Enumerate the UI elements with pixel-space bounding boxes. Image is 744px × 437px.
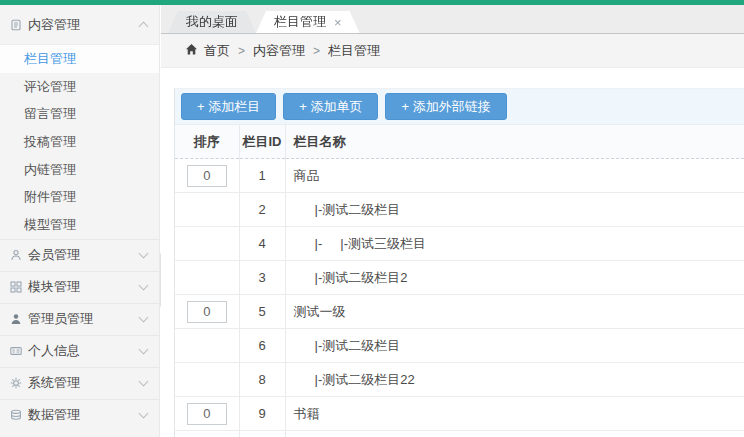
sidebar-item-label: 管理员管理 (28, 310, 140, 328)
column-name-cell: |-计算机 (285, 431, 744, 437)
add-single-page-button[interactable]: + 添加单页 (283, 93, 378, 120)
column-name-cell: |-测试二级栏目22 (285, 363, 744, 397)
content-panel: + 添加栏目+ 添加单页+ 添加外部链接 排序栏目ID栏目名称 1商品2|-测试… (174, 88, 744, 437)
column-header: 排序 (175, 125, 239, 159)
sidebar-item-label: 个人信息 (28, 342, 140, 360)
tab-desktop[interactable]: 我的桌面 (168, 11, 256, 33)
toolbar: + 添加栏目+ 添加单页+ 添加外部链接 (175, 89, 744, 124)
sidebar-item-admins[interactable]: 管理员管理 (0, 303, 159, 335)
column-name-cell: |- |-测试三级栏目 (285, 227, 744, 261)
sidebar-item-members[interactable]: 会员管理 (0, 239, 159, 271)
sort-cell (175, 193, 239, 227)
column-name-cell: 测试一级 (285, 295, 744, 329)
column-name-cell: |-测试二级栏目 (285, 329, 744, 363)
sidebar-subitem-internal-links[interactable]: 内链管理 (0, 156, 159, 184)
sort-cell (175, 227, 239, 261)
chevron-down-icon (139, 313, 149, 323)
tab-close-icon[interactable]: × (334, 16, 342, 29)
column-id-cell: 3 (239, 261, 285, 295)
chevron-down-icon (139, 281, 149, 291)
admin-app: 内容管理栏目管理评论管理留言管理投稿管理内链管理附件管理模型管理会员管理模块管理… (0, 0, 744, 437)
column-id-cell: 10 (239, 431, 285, 437)
tab-label: 我的桌面 (186, 13, 238, 31)
sort-cell (175, 261, 239, 295)
id-card-icon (10, 345, 23, 357)
gear-icon (10, 377, 23, 389)
sort-input[interactable] (187, 165, 227, 187)
tab-bar: 我的桌面栏目管理× (161, 5, 744, 34)
add-column-button[interactable]: + 添加栏目 (181, 93, 276, 120)
sidebar-item-modules[interactable]: 模块管理 (0, 271, 159, 303)
column-id-cell: 8 (239, 363, 285, 397)
breadcrumb-item[interactable]: 栏目管理 (328, 42, 380, 60)
sort-cell (175, 295, 239, 329)
sidebar-item-label: 模块管理 (28, 278, 140, 296)
breadcrumb-item[interactable]: 内容管理 (253, 42, 305, 60)
chevron-down-icon (139, 249, 149, 259)
columns-table: 排序栏目ID栏目名称 1商品2|-测试二级栏目4|- |-测试三级栏目3|-测试… (175, 124, 744, 437)
column-name-cell: 商品 (285, 159, 744, 193)
sidebar-item-label: 内容管理 (28, 16, 140, 34)
table-row: 6|-测试二级栏目 (175, 329, 744, 363)
column-name-cell: 书籍 (285, 397, 744, 431)
modules-grid-icon (10, 281, 23, 293)
table-row: 9书籍 (175, 397, 744, 431)
chevron-down-icon (139, 409, 149, 419)
sidebar-item-system[interactable]: 系统管理 (0, 367, 159, 399)
member-icon (10, 249, 23, 261)
database-icon (10, 409, 23, 421)
sidebar-subitem-comments[interactable]: 评论管理 (0, 73, 159, 101)
chevron-down-icon (139, 345, 149, 355)
breadcrumb-separator: > (238, 44, 245, 58)
table-row: 3|-测试二级栏目2 (175, 261, 744, 295)
sort-cell (175, 159, 239, 193)
sort-input[interactable] (187, 301, 227, 323)
breadcrumb-item[interactable]: 首页 (204, 42, 230, 60)
sidebar-item-content[interactable]: 内容管理 (0, 5, 159, 45)
document-icon (10, 19, 23, 31)
sidebar-subitem-attachments[interactable]: 附件管理 (0, 183, 159, 211)
column-id-cell: 1 (239, 159, 285, 193)
column-id-cell: 9 (239, 397, 285, 431)
sidebar-item-label: 会员管理 (28, 246, 140, 264)
tab-columns[interactable]: 栏目管理× (256, 11, 360, 33)
home-icon (185, 43, 204, 59)
chevron-up-icon (139, 22, 149, 32)
sidebar-subitem-models[interactable]: 模型管理 (0, 211, 159, 239)
sort-input[interactable] (187, 403, 227, 425)
table-row: 4|- |-测试三级栏目 (175, 227, 744, 261)
breadcrumb-separator: > (313, 44, 320, 58)
table-header-row: 排序栏目ID栏目名称 (175, 125, 744, 159)
column-name-cell: |-测试二级栏目 (285, 193, 744, 227)
sort-cell (175, 329, 239, 363)
table-row: 2|-测试二级栏目 (175, 193, 744, 227)
column-id-cell: 2 (239, 193, 285, 227)
tab-label: 栏目管理 (274, 13, 326, 31)
sidebar-item-profile[interactable]: 个人信息 (0, 335, 159, 367)
column-header: 栏目名称 (285, 125, 744, 159)
sidebar-subitem-columns[interactable]: 栏目管理 (0, 45, 159, 73)
sort-cell (175, 363, 239, 397)
sidebar-subitem-submissions[interactable]: 投稿管理 (0, 128, 159, 156)
sidebar-item-label: 数据管理 (28, 406, 140, 424)
column-id-cell: 5 (239, 295, 285, 329)
admin-user-icon (10, 313, 23, 325)
table-row: 1商品 (175, 159, 744, 193)
table-row: 8|-测试二级栏目22 (175, 363, 744, 397)
table-row: 10|-计算机 (175, 431, 744, 437)
table-row: 5测试一级 (175, 295, 744, 329)
sidebar-item-label: 系统管理 (28, 374, 140, 392)
add-external-link-button[interactable]: + 添加外部链接 (385, 93, 506, 120)
column-header: 栏目ID (239, 125, 285, 159)
chevron-down-icon (139, 377, 149, 387)
sort-cell (175, 431, 239, 437)
sort-cell (175, 397, 239, 431)
column-name-cell: |-测试二级栏目2 (285, 261, 744, 295)
sidebar: 内容管理栏目管理评论管理留言管理投稿管理内链管理附件管理模型管理会员管理模块管理… (0, 5, 160, 437)
breadcrumb: 首页>内容管理>栏目管理 (161, 34, 744, 68)
sidebar-subitem-messages[interactable]: 留言管理 (0, 100, 159, 128)
column-id-cell: 4 (239, 227, 285, 261)
main-area: 我的桌面栏目管理× 首页>内容管理>栏目管理 + 添加栏目+ 添加单页+ 添加外… (161, 5, 744, 437)
sidebar-item-data[interactable]: 数据管理 (0, 399, 159, 431)
column-id-cell: 6 (239, 329, 285, 363)
